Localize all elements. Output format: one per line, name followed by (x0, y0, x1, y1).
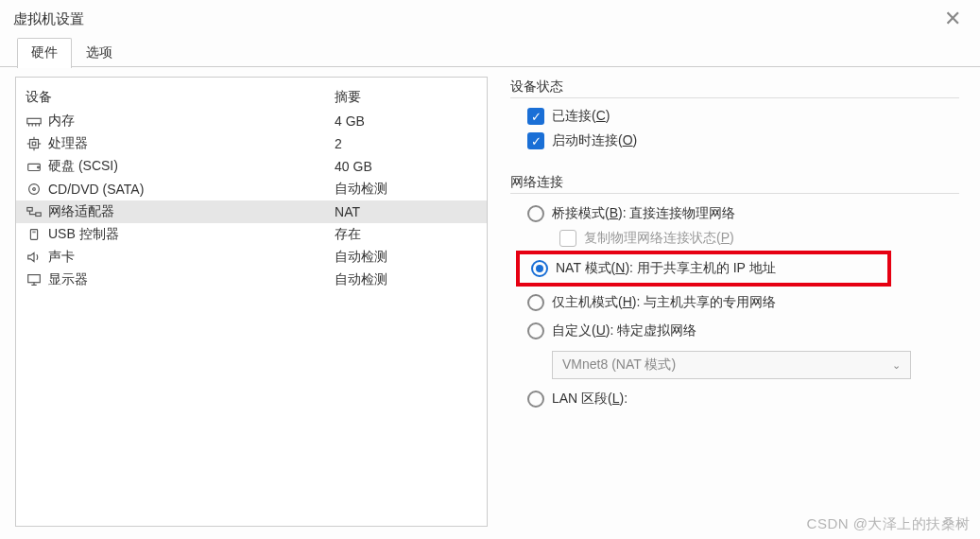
status-section-label: 设备状态 (510, 78, 959, 98)
dropdown-value: VMnet8 (NAT 模式) (562, 356, 676, 374)
device-name: 网络适配器 (48, 203, 114, 220)
svg-rect-16 (36, 213, 41, 217)
radio-lan[interactable]: LAN 区段(L): (510, 385, 959, 413)
device-row[interactable]: 处理器2 (16, 132, 487, 155)
svg-rect-0 (27, 118, 41, 123)
device-row[interactable]: USB 控制器存在 (16, 223, 487, 246)
network-section-label: 网络连接 (510, 174, 959, 194)
check-icon: ✓ (527, 132, 544, 149)
connect-on-label: 启动时连接(O) (552, 132, 637, 149)
cpu-icon (26, 136, 43, 151)
radio-icon (527, 294, 544, 311)
replicate-label: 复制物理网络连接状态(P) (584, 230, 734, 247)
device-summary: 2 (325, 132, 487, 155)
device-name: CD/DVD (SATA) (48, 182, 144, 197)
device-name: 硬盘 (SCSI) (48, 158, 118, 175)
device-name: 处理器 (48, 135, 88, 152)
check-icon: ✓ (559, 230, 576, 247)
lan-label: LAN 区段(L): (552, 391, 628, 408)
svg-point-14 (33, 188, 36, 191)
usb-icon (26, 227, 43, 242)
radio-custom[interactable]: 自定义(U): 特定虚拟网络 (510, 317, 959, 345)
disk-icon (26, 159, 43, 174)
radio-hostonly[interactable]: 仅主机模式(H): 与主机共享的专用网络 (510, 288, 959, 317)
radio-icon (531, 260, 548, 277)
check-icon: ✓ (527, 108, 544, 125)
device-summary: 4 GB (325, 110, 487, 132)
device-summary: 自动检测 (325, 178, 487, 200)
radio-nat[interactable]: NAT 模式(N): 用于共享主机的 IP 地址 (520, 254, 887, 283)
tab-options[interactable]: 选项 (72, 38, 127, 67)
nat-label: NAT 模式(N): 用于共享主机的 IP 地址 (556, 260, 776, 277)
svg-rect-6 (32, 142, 36, 146)
device-name: USB 控制器 (48, 226, 119, 243)
device-name: 内存 (48, 113, 75, 130)
svg-rect-15 (27, 208, 32, 212)
device-row[interactable]: 内存4 GB (16, 110, 487, 132)
device-row[interactable]: 网络适配器NAT (16, 200, 487, 223)
device-summary: 自动检测 (325, 269, 487, 291)
cd-icon (26, 182, 43, 197)
device-summary: NAT (325, 200, 487, 223)
watermark: CSDN @大泽上的扶桑树 (807, 515, 971, 533)
tab-hardware[interactable]: 硬件 (17, 38, 72, 68)
svg-rect-17 (30, 230, 37, 240)
svg-point-13 (29, 184, 40, 195)
svg-rect-20 (28, 275, 41, 283)
svg-point-12 (38, 166, 40, 168)
hostonly-label: 仅主机模式(H): 与主机共享的专用网络 (552, 294, 776, 311)
device-name: 显示器 (48, 271, 88, 288)
display-icon (26, 272, 43, 287)
memory-icon (26, 113, 43, 129)
checkbox-connected[interactable]: ✓ 已连接(C) (510, 104, 959, 129)
checkbox-connect-on-start[interactable]: ✓ 启动时连接(O) (510, 129, 959, 153)
custom-network-dropdown: VMnet8 (NAT 模式) ⌄ (552, 351, 911, 379)
close-icon[interactable]: ✕ (938, 7, 967, 31)
col-device: 设备 (16, 85, 325, 110)
chevron-down-icon: ⌄ (892, 359, 901, 372)
device-row[interactable]: 硬盘 (SCSI)40 GB (16, 155, 487, 178)
dialog-title: 虚拟机设置 (13, 10, 84, 28)
connected-label: 已连接(C) (552, 108, 610, 125)
nat-highlight: NAT 模式(N): 用于共享主机的 IP 地址 (516, 251, 891, 287)
device-summary: 自动检测 (325, 246, 487, 269)
device-row[interactable]: 显示器自动检测 (16, 269, 487, 291)
radio-icon (527, 322, 544, 339)
sound-icon (26, 250, 43, 265)
device-row[interactable]: CD/DVD (SATA)自动检测 (16, 178, 487, 200)
radio-icon (527, 391, 544, 408)
device-summary: 40 GB (325, 155, 487, 178)
device-name: 声卡 (48, 249, 75, 266)
checkbox-replicate: ✓ 复制物理网络连接状态(P) (510, 230, 959, 247)
svg-rect-11 (28, 164, 41, 170)
device-row[interactable]: 声卡自动检测 (16, 246, 487, 269)
bridged-label: 桥接模式(B): 直接连接物理网络 (552, 205, 735, 222)
device-list: 设备 摘要 内存4 GB处理器2硬盘 (SCSI)40 GBCD/DVD (SA… (15, 77, 488, 527)
net-icon (26, 204, 43, 219)
col-summary: 摘要 (325, 85, 487, 110)
radio-bridged[interactable]: 桥接模式(B): 直接连接物理网络 (510, 200, 959, 228)
svg-rect-5 (30, 140, 39, 148)
device-summary: 存在 (325, 223, 487, 246)
custom-label: 自定义(U): 特定虚拟网络 (552, 322, 696, 339)
radio-icon (527, 205, 544, 222)
